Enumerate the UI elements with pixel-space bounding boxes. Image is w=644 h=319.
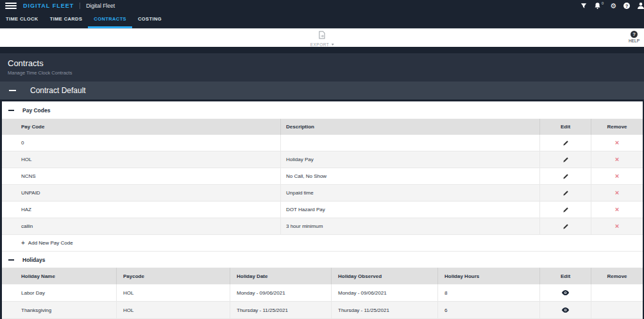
holiday-row: Labor Day HOL Monday - 09/06/2021 Monday…: [2, 284, 643, 302]
col-edit: Edit: [539, 119, 591, 135]
view-eye-icon[interactable]: [561, 307, 570, 313]
holiday-paycode: HOL: [116, 284, 230, 301]
pay-code-description: DOT Hazard Pay: [280, 202, 539, 218]
help-icon[interactable]: ?: [623, 3, 630, 9]
tab-contracts[interactable]: CONTRACTS: [88, 12, 132, 28]
contract-name: Contract Default: [30, 86, 86, 95]
pay-code-description: Unpaid time: [280, 185, 539, 201]
holiday-observed: Thursday - 11/25/2021: [331, 302, 437, 318]
col-remove: Remove: [591, 119, 643, 135]
account-person-icon[interactable]: [637, 2, 644, 10]
separator-strip: [0, 47, 644, 53]
primary-tabs: TIME CLOCK TIME CARDS CONTRACTS COSTING: [0, 12, 644, 28]
tab-costing[interactable]: COSTING: [132, 12, 167, 28]
pay-code-description: No Call, No Show: [280, 168, 539, 184]
pay-code-description: Holiday Pay: [280, 151, 539, 168]
brand-divider: [80, 3, 80, 9]
notification-count-badge: 0: [602, 1, 604, 5]
holidays-table-header: Holiday Name Paycode Holiday Date Holida…: [2, 268, 643, 284]
holiday-remove-cell: [591, 284, 643, 301]
edit-pencil-icon[interactable]: [563, 173, 569, 180]
tab-time-clock[interactable]: TIME CLOCK: [0, 12, 44, 28]
pay-code-row: UNPAID Unpaid time ×: [2, 185, 643, 202]
holiday-row: Thanksgiving HOL Thursday - 11/25/2021 T…: [2, 302, 643, 319]
edit-pencil-icon[interactable]: [563, 157, 569, 163]
chevron-down-icon: [331, 44, 334, 46]
page-subtitle: Manage Time Clock Contracts: [8, 70, 644, 76]
pay-code-row: 0 ×: [2, 135, 643, 151]
pay-codes-table-body: 0 × HOL Holiday Pay × NCNS No Call, No S…: [2, 135, 643, 235]
col-remove: Remove: [591, 268, 643, 284]
menu-icon[interactable]: [5, 3, 17, 9]
remove-x-icon[interactable]: ×: [615, 156, 619, 163]
help-button[interactable]: ? HELP: [629, 31, 640, 43]
col-description: Description: [280, 119, 539, 135]
collapse-minus-icon[interactable]: [8, 259, 14, 261]
contract-default-header[interactable]: Contract Default: [0, 82, 644, 101]
pay-code-row: callin 3 hour minimum ×: [2, 218, 643, 235]
page-header: Contracts Manage Time Clock Contracts: [0, 53, 644, 82]
pay-code-row: HOL Holiday Pay ×: [2, 151, 643, 168]
export-file-icon: [318, 30, 326, 42]
brand-logo: DIGITAL FLEET: [23, 3, 74, 9]
holiday-observed: Monday - 09/06/2021: [331, 284, 437, 301]
holidays-title: Holidays: [22, 257, 45, 263]
col-holiday-name: Holiday Name: [2, 268, 116, 284]
pay-codes-section-header[interactable]: Pay Codes: [2, 101, 643, 119]
pay-code-value: UNPAID: [2, 185, 280, 201]
app-title: Digital Fleet: [86, 3, 115, 9]
add-new-pay-code-button[interactable]: + Add New Pay Code: [2, 235, 643, 252]
remove-x-icon[interactable]: ×: [615, 223, 619, 230]
pay-code-row: NCNS No Call, No Show ×: [2, 168, 643, 185]
notifications-bell-icon[interactable]: 0: [594, 2, 603, 10]
remove-x-icon[interactable]: ×: [615, 189, 619, 196]
col-edit: Edit: [539, 268, 591, 284]
pay-code-description: 3 hour minimum: [280, 218, 539, 234]
edit-pencil-icon[interactable]: [563, 223, 569, 230]
remove-x-icon[interactable]: ×: [615, 139, 619, 146]
holiday-remove-cell: [591, 302, 643, 318]
col-holiday-observed: Holiday Observed: [331, 268, 437, 284]
edit-pencil-icon[interactable]: [563, 190, 569, 196]
filter-icon[interactable]: [580, 3, 587, 10]
holiday-date: Thursday - 11/25/2021: [230, 302, 331, 318]
holidays-table-body: Labor Day HOL Monday - 09/06/2021 Monday…: [2, 284, 643, 319]
plus-icon: +: [21, 240, 25, 246]
collapse-minus-icon[interactable]: [9, 90, 16, 91]
page-toolbar: EXPORT ? HELP: [0, 28, 644, 47]
settings-gear-icon[interactable]: ⚙: [610, 3, 616, 10]
edit-pencil-icon[interactable]: [563, 207, 569, 213]
pay-code-row: HAZ DOT Hazard Pay ×: [2, 202, 643, 218]
page-title: Contracts: [8, 58, 644, 68]
pay-codes-table-header: Pay Code Description Edit Remove: [2, 119, 643, 135]
collapse-minus-icon[interactable]: [8, 110, 14, 111]
col-holiday-hours: Holiday Hours: [437, 268, 539, 284]
contract-content: Pay Codes Pay Code Description Edit Remo…: [0, 101, 644, 319]
holiday-paycode: HOL: [116, 302, 230, 318]
pay-code-value: 0: [2, 135, 280, 151]
col-pay-code: Pay Code: [2, 119, 280, 135]
holiday-name: Labor Day: [2, 284, 116, 301]
holiday-name: Thanksgiving: [2, 302, 116, 318]
pay-code-value: callin: [2, 218, 280, 234]
export-label: EXPORT: [310, 42, 330, 47]
top-app-bar: DIGITAL FLEET Digital Fleet 0 ⚙ ?: [0, 0, 644, 12]
help-label: HELP: [629, 39, 640, 43]
holiday-hours: 8: [437, 284, 539, 301]
help-question-icon: ?: [631, 31, 638, 38]
add-new-pay-code-label: Add New Pay Code: [28, 240, 73, 246]
tab-time-cards[interactable]: TIME CARDS: [44, 12, 89, 28]
export-button[interactable]: EXPORT: [310, 30, 334, 47]
holiday-hours: 6: [437, 302, 539, 318]
remove-x-icon[interactable]: ×: [615, 206, 619, 213]
col-holiday-date: Holiday Date: [230, 268, 331, 284]
holidays-section-header[interactable]: Holidays: [2, 252, 643, 268]
pay-codes-title: Pay Codes: [22, 107, 50, 114]
view-eye-icon[interactable]: [561, 289, 570, 296]
remove-x-icon[interactable]: ×: [615, 173, 619, 180]
edit-pencil-icon[interactable]: [563, 140, 569, 146]
pay-code-value: HAZ: [2, 202, 280, 218]
col-paycode: Paycode: [116, 268, 230, 284]
pay-code-value: HOL: [2, 151, 280, 168]
pay-code-value: NCNS: [2, 168, 280, 184]
